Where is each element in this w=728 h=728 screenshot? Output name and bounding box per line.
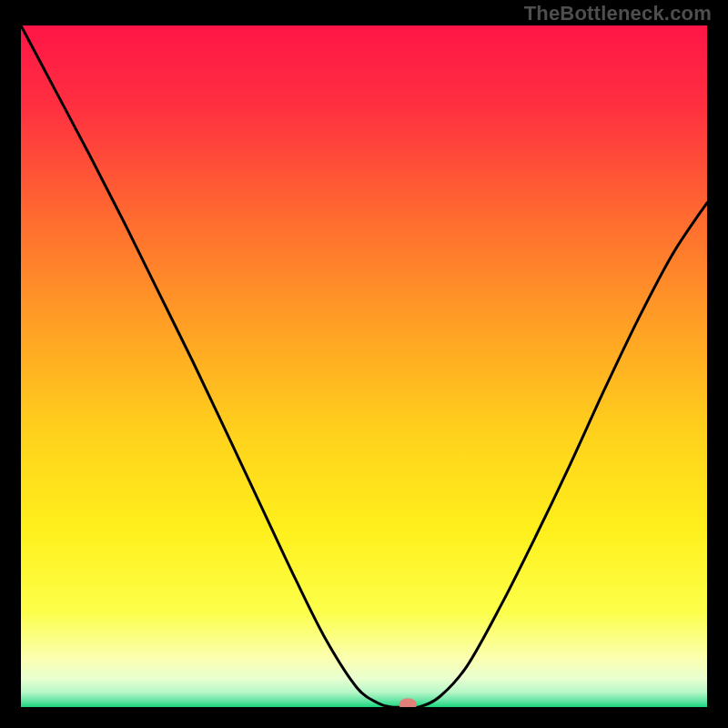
chart-frame: TheBottleneck.com bbox=[0, 0, 728, 728]
plot-svg bbox=[21, 25, 707, 707]
watermark-text: TheBottleneck.com bbox=[524, 2, 712, 25]
plot-background bbox=[21, 25, 707, 707]
plot-area bbox=[21, 25, 707, 707]
